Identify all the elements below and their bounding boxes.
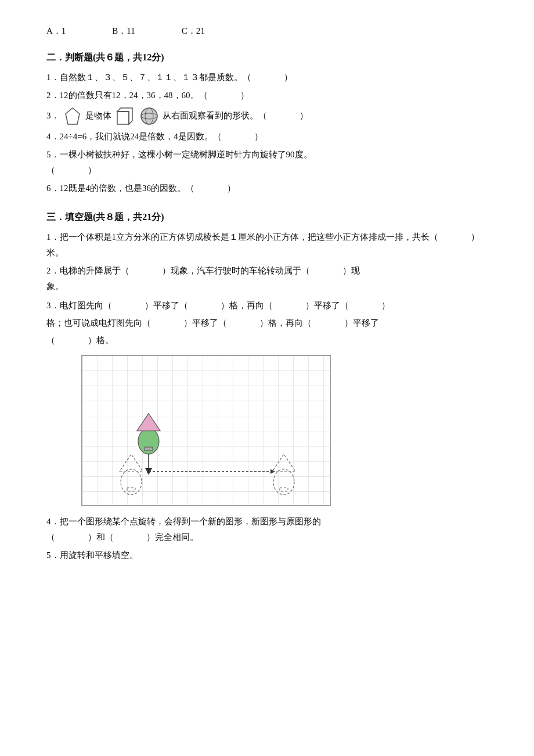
top-choices-row: A．1 B．11 C．21 <box>46 23 488 39</box>
q2-2: 2．12的倍数只有12，24，36，48，60。（ ） <box>46 88 488 103</box>
q2-6: 6．12既是4的倍数，也是36的因数。（ ） <box>46 181 488 196</box>
svg-point-4 <box>141 108 157 124</box>
q3-1: 1．把一个体积是1立方分米的正方体切成棱长是１厘米的小正方体，把这些小正方体排成… <box>46 229 488 261</box>
grid-diagram <box>81 355 331 506</box>
shape2-icon <box>115 106 136 127</box>
svg-marker-2 <box>117 108 132 124</box>
q2-3: 3． 是物体 从右面观察看到的形状。（ ） <box>46 106 488 127</box>
svg-rect-1 <box>117 111 129 124</box>
q2-4: 4．24÷4=6，我们就说24是倍数，4是因数。（ ） <box>46 129 488 145</box>
q2-1: 1．自然数１、３、５、７、１１、１３都是质数。（ ） <box>46 70 488 85</box>
svg-rect-11 <box>145 447 153 451</box>
choice-a: A．1 <box>46 23 66 39</box>
grid-diagram-container <box>81 355 488 506</box>
fill-section: 1．把一个体积是1立方分米的正方体切成棱长是１厘米的小正方体，把这些小正方体排成… <box>46 229 488 349</box>
shape1-icon <box>63 106 82 127</box>
q3-2: 2．电梯的升降属于（ ）现象，汽车行驶时的车轮转动属于（ ）现 象。 <box>46 263 488 294</box>
section3-title: 三．填空题(共８题，共21分) <box>46 209 488 226</box>
q2-5: 5．一棵小树被扶种好，这棵小树一定绕树脚逆时针方向旋转了90度。 （ ） <box>46 147 488 178</box>
q3-3: 3．电灯图先向（ ）平移了（ ）格，再向（ ）平移了（ ） 格；也可说成电灯图先… <box>46 297 488 349</box>
q3-5: 5．用旋转和平移填空。 <box>46 548 488 563</box>
choice-c: C．21 <box>182 23 205 39</box>
choice-b: B．11 <box>112 23 135 39</box>
svg-rect-7 <box>82 355 331 506</box>
svg-marker-0 <box>66 108 80 124</box>
shape3-icon <box>139 106 159 126</box>
section2-title: 二．判断题(共６题，共12分) <box>46 49 488 66</box>
q3-4: 4．把一个图形绕某个点旋转，会得到一个新的图形，新图形与原图形的 （ ）和（ ）… <box>46 514 488 545</box>
